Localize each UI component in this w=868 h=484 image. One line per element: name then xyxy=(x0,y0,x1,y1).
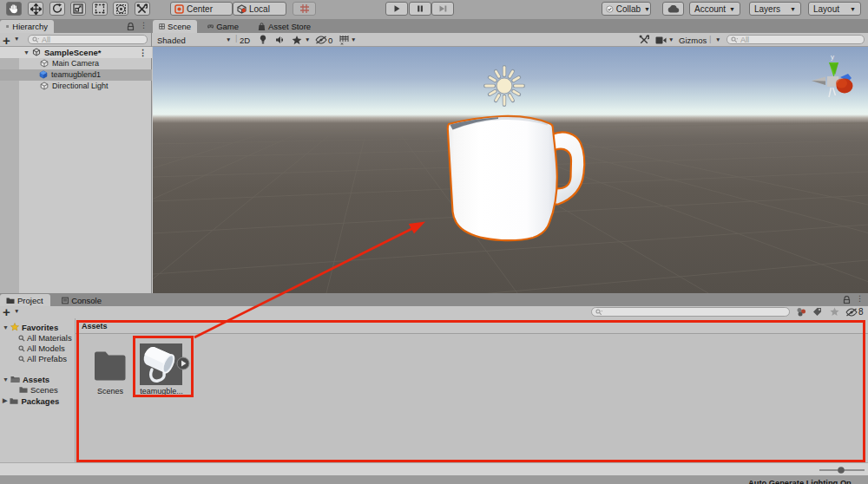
svg-text:y: y xyxy=(831,53,834,61)
